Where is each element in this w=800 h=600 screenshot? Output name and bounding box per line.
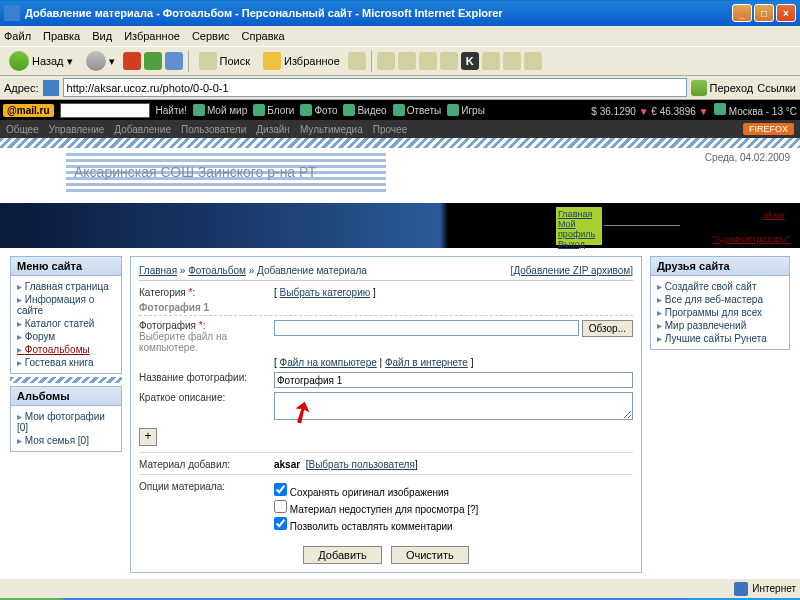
- adm-1[interactable]: Управление: [49, 124, 105, 135]
- user-link[interactable]: aksar: [763, 210, 785, 220]
- stop-button[interactable]: [123, 52, 141, 70]
- sidebar-item-4[interactable]: Фотоальбомы: [17, 343, 115, 356]
- select-category[interactable]: Выбрать категорию: [280, 287, 371, 298]
- forward-icon: [86, 51, 106, 71]
- sidebar-item-3[interactable]: Форум: [17, 330, 115, 343]
- adm-2[interactable]: Добавление: [114, 124, 171, 135]
- breadcrumb: [Добавление ZIP архивом] Главная » Фотоа…: [139, 265, 633, 281]
- mailru-rates: $ 36.1290 ▼ € 46.3896 ▼ Москва - 13 °C: [591, 103, 797, 117]
- adm-6[interactable]: Прочее: [373, 124, 407, 135]
- crumb-home[interactable]: Главная: [139, 265, 177, 276]
- refresh-button[interactable]: [144, 52, 162, 70]
- mailru-search[interactable]: [60, 103, 150, 118]
- maximize-button[interactable]: □: [754, 4, 774, 22]
- ie-icon: [4, 5, 20, 21]
- mailru-item-1[interactable]: Блоги: [253, 104, 294, 116]
- user-panel-links: Главная Мой профиль Выход: [556, 207, 602, 245]
- statusbar: Интернет: [0, 578, 800, 598]
- adm-0[interactable]: Общее: [6, 124, 39, 135]
- go-button[interactable]: Переход: [691, 80, 754, 96]
- menu-tools[interactable]: Сервис: [192, 30, 230, 42]
- menu-fav[interactable]: Избранное: [124, 30, 180, 42]
- adm-5[interactable]: Мультимедиа: [300, 124, 363, 135]
- add-more-button[interactable]: +: [139, 428, 157, 446]
- file-internet[interactable]: Файл в интернете: [385, 357, 468, 368]
- divider-top: [0, 138, 800, 148]
- adm-4[interactable]: Дизайн: [256, 124, 290, 135]
- browse-button[interactable]: Обзор...: [582, 320, 633, 337]
- friend-3[interactable]: Мир развлечений: [657, 319, 783, 332]
- edit-icon[interactable]: [419, 52, 437, 70]
- history-icon[interactable]: [348, 52, 366, 70]
- sidebar-albums-title: Альбомы: [11, 387, 121, 406]
- go-icon: [691, 80, 707, 96]
- change-user[interactable]: Выбрать пользователя: [308, 459, 414, 470]
- mailru-item-5[interactable]: Игры: [447, 104, 485, 116]
- form-panel: [Добавление ZIP архивом] Главная » Фотоа…: [130, 256, 642, 573]
- friend-4[interactable]: Лучшие сайты Рунета: [657, 332, 783, 345]
- opt-comments[interactable]: Позволить оставлять комментарии: [274, 517, 633, 532]
- opt-unavailable[interactable]: Материал недоступен для просмотра [?]: [274, 500, 633, 515]
- star-icon: [263, 52, 281, 70]
- description-input[interactable]: [274, 392, 633, 420]
- sidebar-item-2[interactable]: Каталог статей: [17, 317, 115, 330]
- crumb-album[interactable]: Фотоальбом: [188, 265, 246, 276]
- ext3-icon[interactable]: [503, 52, 521, 70]
- menu-file[interactable]: Файл: [4, 30, 31, 42]
- file-computer[interactable]: Файл на компьютере: [280, 357, 377, 368]
- photo-name-input[interactable]: [274, 372, 633, 388]
- internet-zone-icon: [734, 582, 748, 596]
- address-bar: Адрес: Переход Ссылки: [0, 76, 800, 100]
- back-button[interactable]: Назад ▾: [4, 49, 78, 73]
- friend-1[interactable]: Все для веб-мастера: [657, 293, 783, 306]
- mailru-item-2[interactable]: Фото: [300, 104, 337, 116]
- menu-view[interactable]: Вид: [92, 30, 112, 42]
- adm-3[interactable]: Пользователи: [181, 124, 246, 135]
- clear-button[interactable]: Очистить: [391, 546, 469, 564]
- sidebar-item-1[interactable]: Информация о сайте: [17, 293, 115, 317]
- link-exit[interactable]: Выход: [558, 239, 600, 249]
- ext1-icon[interactable]: K: [461, 52, 479, 70]
- mail-icon[interactable]: [377, 52, 395, 70]
- friend-2[interactable]: Программы для всех: [657, 306, 783, 319]
- add-button[interactable]: Добавить: [303, 546, 382, 564]
- titlebar: Добавление материала - Фотоальбом - Перс…: [0, 0, 800, 26]
- firefox-badge[interactable]: FIREFOX: [743, 123, 794, 135]
- search-button[interactable]: Поиск: [194, 50, 255, 72]
- sidebar-item-5[interactable]: Гостевая книга: [17, 356, 115, 369]
- album-item-0[interactable]: Мои фотографии [0]: [17, 410, 115, 434]
- group-link[interactable]: "Администраторы": [712, 234, 790, 244]
- home-button[interactable]: [165, 52, 183, 70]
- print-icon[interactable]: [398, 52, 416, 70]
- mailru-logo[interactable]: @mail.ru: [3, 104, 54, 117]
- ext4-icon[interactable]: [524, 52, 542, 70]
- opt-keep-original[interactable]: Сохранять оригинал изображения: [274, 483, 633, 498]
- zip-link[interactable]: Добавление ZIP архивом: [513, 265, 630, 276]
- photo-file-input[interactable]: [274, 320, 579, 336]
- mailru-item-4[interactable]: Ответы: [393, 104, 442, 116]
- mailru-item-3[interactable]: Видео: [343, 104, 386, 116]
- mailru-item-0[interactable]: Мой мир: [193, 104, 247, 116]
- favorites-button[interactable]: Избранное: [258, 50, 345, 72]
- menu-help[interactable]: Справка: [242, 30, 285, 42]
- toolbar: Назад ▾ ▾ Поиск Избранное K: [0, 46, 800, 76]
- album-item-1[interactable]: Моя семья [0]: [17, 434, 115, 447]
- ext2-icon[interactable]: [482, 52, 500, 70]
- page-content: Среда, 04.02.2009 Аксаринская СОШ Заинск…: [0, 138, 800, 578]
- links-label[interactable]: Ссылки: [757, 82, 796, 94]
- mailru-find[interactable]: Найти!: [156, 105, 187, 116]
- menu-edit[interactable]: Правка: [43, 30, 80, 42]
- page-icon: [43, 80, 59, 96]
- menubar: Файл Правка Вид Избранное Сервис Справка: [0, 26, 800, 46]
- address-input[interactable]: [63, 78, 687, 97]
- sidebar-item-0[interactable]: Главная страница: [17, 280, 115, 293]
- friend-0[interactable]: Создайте свой сайт: [657, 280, 783, 293]
- link-main[interactable]: Главная: [558, 209, 600, 219]
- link-profile[interactable]: Мой профиль: [558, 219, 600, 239]
- window-title: Добавление материала - Фотоальбом - Перс…: [25, 7, 503, 19]
- minimize-button[interactable]: _: [732, 4, 752, 22]
- discuss-icon[interactable]: [440, 52, 458, 70]
- forward-button[interactable]: ▾: [81, 49, 120, 73]
- close-button[interactable]: ×: [776, 4, 796, 22]
- back-icon: [9, 51, 29, 71]
